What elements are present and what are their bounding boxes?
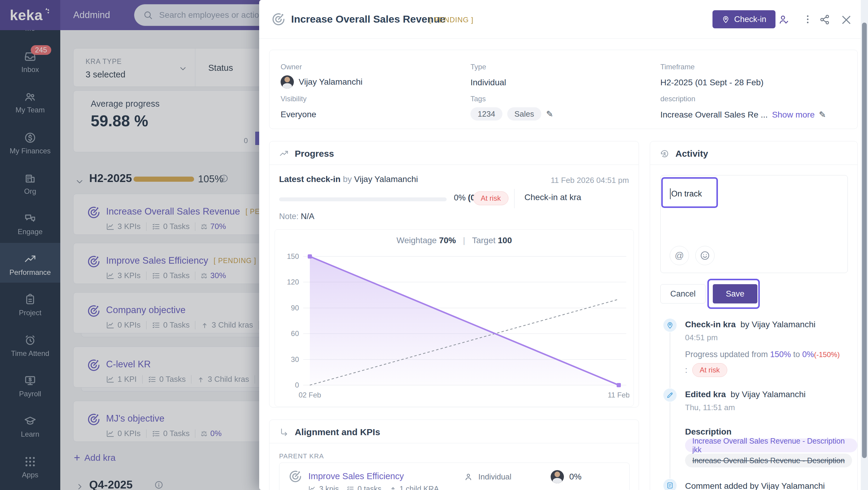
feed-risk-row: :At risk (685, 363, 727, 377)
parent-owner-avatar (551, 470, 564, 483)
emoji-button[interactable] (695, 246, 715, 265)
kra-type-dropdown[interactable]: 3 selected (86, 70, 125, 80)
share-icon[interactable] (819, 14, 831, 25)
close-icon[interactable] (840, 14, 852, 26)
sidebar-item-label: Learn (21, 430, 39, 438)
show-more-link[interactable]: Show more (772, 110, 815, 120)
risk-status-badge: At risk (692, 363, 727, 377)
sidebar-item-org[interactable]: Org (0, 172, 60, 195)
parent-kra-type: Individual (478, 472, 512, 482)
kra-title[interactable]: MJ's objective (106, 413, 164, 424)
info-icon[interactable] (219, 174, 228, 183)
weight-icon: ⚖ (201, 429, 207, 438)
sidebar-item-my-finances[interactable]: My Finances (0, 131, 60, 155)
alignment-header: Alignment and KPIs (295, 427, 380, 437)
assignee-check-icon[interactable] (778, 14, 789, 25)
tasks-icon (152, 321, 160, 329)
kra-title[interactable]: C-level KR (106, 359, 151, 370)
kpi-icon (308, 485, 316, 490)
kpi-count: 3 KPIs (106, 222, 141, 231)
parent-kra-title[interactable]: Improve Sales Efficiency (308, 471, 404, 481)
sidebar-item-engage[interactable]: Engage (0, 212, 60, 236)
chart-title: Weightage 70% | Target 100 (275, 236, 633, 245)
sidebar-item-learn[interactable]: Learn (0, 415, 60, 438)
save-button[interactable]: Save (713, 284, 757, 303)
sidebar-item-label: Performance (9, 268, 51, 277)
sidebar-item-label: My Finances (10, 147, 51, 155)
chevron-down-icon[interactable] (179, 64, 187, 73)
apps-icon (24, 455, 36, 468)
kpi-icon (106, 222, 115, 231)
feed-event-title: Edited kra by Vijay Yalamanchi (685, 390, 806, 399)
weightage: ⚖30% (201, 271, 226, 280)
weightage: ⚖0% (201, 429, 221, 438)
activity-section: Activity On track @ Cancel Save (650, 141, 858, 490)
goal-icon (271, 12, 286, 27)
sidebar-item-apps[interactable]: Apps (0, 455, 60, 479)
tasks-icon (152, 429, 160, 438)
task-count: 0 tasks (347, 485, 381, 490)
composer-highlight-box[interactable]: On track (661, 177, 718, 208)
edit-tags-icon[interactable]: ✎ (546, 109, 553, 119)
owner-avatar (281, 75, 294, 89)
sidebar-item-payroll[interactable]: Payroll (0, 374, 60, 398)
sidebar-item-performance[interactable]: Performance (0, 253, 60, 277)
parent-kra-label: PARENT KRA (279, 452, 324, 460)
tasks-icon (148, 375, 156, 384)
inbox-badge: 245 (31, 45, 51, 55)
feed-event-time: 04:51 pm (685, 333, 718, 342)
svg-text:90: 90 (291, 304, 299, 312)
comment-composer[interactable]: On track @ (660, 175, 848, 273)
check-in-button[interactable]: Check-in (712, 10, 775, 28)
comment-note-icon (666, 482, 674, 489)
sidebar-item-label: Payroll (19, 390, 41, 398)
collapse-chevron-icon[interactable] (75, 177, 84, 187)
expand-chevron-icon[interactable] (75, 482, 84, 490)
task-count: 0 Tasks (152, 271, 190, 280)
sidebar-item-project[interactable]: Project (0, 293, 60, 317)
sidebar-item-time-attend[interactable]: Time Attend (0, 334, 60, 358)
kra-title[interactable]: Improve Sales Efficiency (106, 255, 208, 266)
kpi-icon (106, 272, 115, 280)
description-old-value: Increase Overall Sales Revenue - Descrip… (685, 454, 852, 467)
owner-name: Vijay Yalamanchi (299, 77, 363, 87)
trend-icon (279, 149, 289, 158)
period-title[interactable]: H2-2025 (89, 172, 132, 185)
sidebar-item-inbox[interactable]: 245 Inbox (0, 50, 60, 74)
kpi-count: 3 KPIs (106, 271, 141, 280)
status-filter[interactable]: Status (208, 63, 233, 73)
team-icon (24, 90, 36, 103)
kra-title[interactable]: Increase Overall Sales Revenue (106, 206, 240, 217)
period-title[interactable]: Q4-2025 (89, 479, 133, 490)
sidebar-item-label: Org (24, 187, 36, 195)
latest-checkin-line: Latest check-in by Vijay Yalamanchi (279, 175, 418, 184)
progress-line-chart: 150 120 90 60 30 0 02 Feb 11 Feb (280, 249, 629, 400)
svg-text:30: 30 (291, 355, 299, 363)
parent-kra-card[interactable]: Improve Sales Efficiency 3 kpis 0 tasks … (279, 463, 629, 490)
cancel-button[interactable]: Cancel (660, 284, 706, 303)
page-scrollbar-track[interactable] (861, 0, 868, 490)
weightage: ⚖70% (201, 222, 226, 231)
sidebar-item-my-team[interactable]: My Team (0, 90, 60, 114)
edit-description-icon[interactable]: ✎ (819, 110, 826, 120)
goal-icon (87, 358, 101, 372)
alignment-icon (279, 427, 289, 437)
tasks-icon (347, 485, 354, 490)
checkin-event-icon (663, 318, 677, 332)
svg-text:0: 0 (295, 381, 299, 389)
page-scrollbar-thumb[interactable] (862, 23, 867, 458)
svg-text:11 Feb: 11 Feb (608, 391, 629, 399)
sidebar: Me 245 Inbox My Team My Finances Org (0, 30, 60, 490)
mention-button[interactable]: @ (670, 246, 689, 265)
timeline-connector (670, 402, 670, 478)
kpi-count: 3 kpis (308, 485, 339, 490)
info-icon[interactable] (154, 480, 163, 489)
description-new-value: Increase Overall Sales Revenue - Descrip… (685, 438, 858, 452)
keka-logo[interactable]: keka (0, 0, 60, 30)
kebab-menu-icon[interactable] (802, 14, 813, 25)
child-kra-icon (201, 321, 209, 329)
kra-title[interactable]: Company objective (106, 305, 186, 315)
kra-title: Increase Overall Sales Revenue (291, 13, 445, 25)
task-count: 0 Tasks (152, 222, 190, 231)
add-kra-button[interactable]: +Add kra (74, 452, 116, 464)
